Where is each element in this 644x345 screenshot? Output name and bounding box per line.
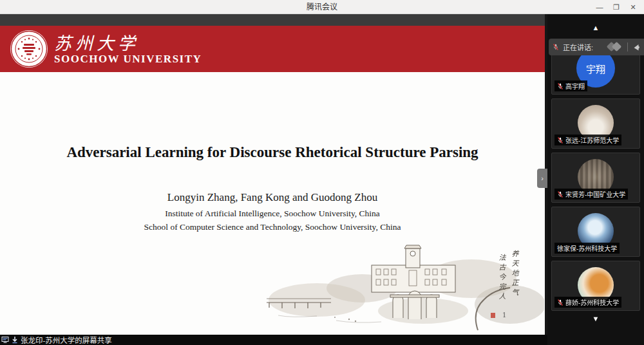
- red-seal-mark: [491, 313, 495, 318]
- participant-tiles: 宇翔 高宇翔: [551, 44, 640, 315]
- participant-tile[interactable]: 薛娇-苏州科技大学: [551, 261, 640, 311]
- restore-icon[interactable]: ❐: [608, 0, 625, 14]
- motto-column-2: 法古今完人: [496, 254, 506, 302]
- back-arrow-icon[interactable]: [632, 43, 640, 51]
- speaking-indicator-bar: 正在讲话:: [549, 39, 644, 55]
- participants-sidebar: ▲ 正在讲话: 宇翔: [547, 14, 644, 345]
- participant-name: 薛娇-苏州科技大学: [565, 297, 619, 307]
- slide-affiliation-1: Institute of Artificial Intelligence, So…: [0, 209, 545, 219]
- page-number: 1: [502, 310, 506, 320]
- participant-name: 宋贤芳-中国矿业大学: [565, 189, 625, 199]
- participant-name: 高宇翔: [565, 81, 585, 91]
- divider: [627, 42, 628, 51]
- scroll-down-icon[interactable]: ▼: [547, 314, 644, 323]
- university-name-chinese: 苏州大学: [54, 30, 139, 55]
- participant-name-badge: 张远-江苏师范大学: [554, 135, 621, 145]
- screen-share-view: 苏州大学 SOOCHOW UNIVERSITY Adversarial Lear…: [0, 14, 547, 345]
- motto-column-1: 养天地正气: [509, 250, 519, 298]
- share-status-bar: 张龙印-苏州大学的屏幕共享: [0, 335, 547, 345]
- scroll-up-icon[interactable]: ▲: [547, 23, 644, 32]
- down-arrow-icon: [11, 336, 19, 344]
- mic-muted-icon: [553, 44, 559, 50]
- window-controls: — ❐ ✕: [591, 0, 641, 14]
- participant-tile[interactable]: 宋贤芳-中国矿业大学: [551, 153, 640, 203]
- participant-name-badge: 徐家保-苏州科技大学: [554, 243, 620, 254]
- slide-affiliation-2: School of Computer Science and Technolog…: [0, 222, 545, 232]
- collapse-panel-icon[interactable]: ›: [537, 169, 547, 188]
- close-icon[interactable]: ✕: [625, 0, 641, 14]
- title-bar: 腾讯会议 — ❐ ✕: [0, 0, 644, 14]
- share-top-strip: [0, 14, 545, 26]
- participant-tile[interactable]: 徐家保-苏州科技大学: [551, 207, 640, 257]
- share-status-label: 张龙印-苏州大学的屏幕共享: [21, 335, 112, 345]
- screen-share-icon: [1, 336, 9, 344]
- participant-name-badge: 高宇翔: [554, 80, 587, 91]
- mic-muted-icon: [557, 83, 564, 89]
- university-name-english: SOOCHOW UNIVERSITY: [54, 53, 202, 66]
- app-window: 腾讯会议 — ❐ ✕: [0, 0, 644, 345]
- participant-name-badge: 薛娇-苏州科技大学: [554, 297, 621, 308]
- speaking-label: 正在讲话:: [563, 42, 603, 52]
- university-banner: 苏州大学 SOOCHOW UNIVERSITY: [0, 26, 545, 72]
- university-seal-logo: [10, 30, 48, 68]
- minimize-icon[interactable]: —: [591, 0, 608, 14]
- presentation-slide: Adversarial Learning for Discourse Rheto…: [0, 72, 545, 335]
- participant-name: 徐家保-苏州科技大学: [557, 243, 617, 253]
- participant-name-badge: 宋贤芳-中国矿业大学: [554, 189, 628, 200]
- mic-muted-icon: [557, 191, 564, 198]
- participant-name: 张远-江苏师范大学: [565, 135, 619, 145]
- mic-muted-icon: [557, 137, 564, 144]
- window-title: 腾讯会议: [0, 0, 644, 14]
- slide-title: Adversarial Learning for Discourse Rheto…: [0, 144, 545, 161]
- layout-switch-icon[interactable]: [607, 42, 623, 52]
- slide-authors: Longyin Zhang, Fang Kong and Guodong Zho…: [0, 191, 545, 204]
- mic-muted-icon: [557, 299, 564, 306]
- participant-tile[interactable]: 张远-江苏师范大学: [551, 98, 640, 149]
